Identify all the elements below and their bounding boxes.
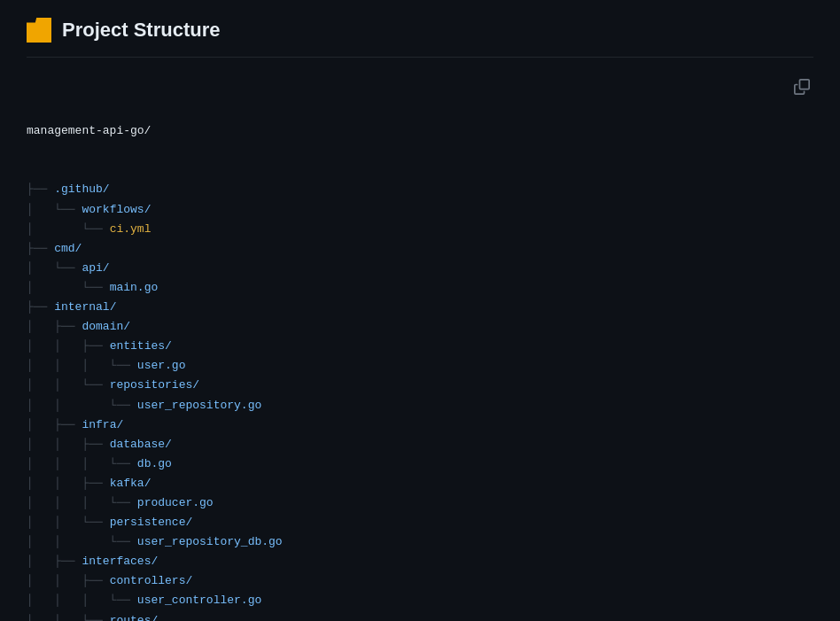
tree-node-name: entities/ (110, 339, 172, 353)
tree-node-name: controllers/ (110, 574, 193, 587)
tree-connector: │ │ └── (27, 516, 110, 529)
page-title: Project Structure (62, 19, 221, 42)
tree-connector: │ │ │ └── (27, 457, 137, 470)
tree-item: │ │ ├── database/ (27, 435, 813, 454)
tree-item: │ └── workflows/ (27, 200, 813, 220)
tree-connector: │ │ ├── (27, 438, 110, 451)
tree-connector: ├── (27, 242, 54, 255)
tree-node-name: .github/ (54, 182, 109, 196)
tree-item: │ └── api/ (27, 259, 813, 278)
tree-node-name: repositories/ (110, 378, 199, 392)
tree-item: │ ├── interfaces/ (27, 552, 813, 571)
root-name: management-api-go/ (27, 124, 151, 137)
tree-connector: │ ├── (27, 555, 82, 568)
file-tree: management-api-go/ ├── .github/│ └── wor… (27, 82, 813, 621)
tree-connector: │ │ └── (27, 614, 110, 621)
tree-node-name: internal/ (54, 300, 116, 314)
tree-item: │ │ │ └── producer.go (27, 493, 813, 513)
tree-item: │ │ ├── controllers/ (27, 571, 813, 591)
tree-connector: │ └── (27, 261, 82, 275)
tree-item: ├── cmd/ (27, 239, 813, 259)
tree-connector: │ ├── (27, 418, 82, 431)
tree-item: ├── .github/ (27, 180, 813, 199)
tree-item: │ │ └── routes/ (27, 611, 813, 621)
tree-item: │ │ │ └── user_controller.go (27, 591, 813, 610)
page-header: Project Structure (27, 18, 813, 58)
tree-node-name: persistence/ (110, 516, 193, 529)
folder-icon (27, 18, 51, 43)
tree-item: │ ├── infra/ (27, 415, 813, 435)
tree-connector: │ │ ├── (27, 477, 110, 490)
tree-node-name: interfaces/ (82, 555, 158, 568)
tree-connector: │ └── (27, 222, 110, 236)
tree-node-name: ci.yml (110, 222, 152, 236)
tree-node-name: api/ (82, 261, 109, 275)
tree-item: ├── internal/ (27, 298, 813, 317)
tree-connector: │ │ │ └── (27, 496, 137, 509)
tree-node-name: user_repository.go (137, 399, 261, 412)
tree-connector: │ │ └── (27, 378, 110, 392)
tree-item: │ │ └── repositories/ (27, 376, 813, 395)
tree-node-name: cmd/ (54, 242, 82, 255)
tree-node-name: kafka/ (110, 477, 152, 490)
tree-connector: │ ├── (27, 320, 82, 333)
tree-node-name: user_controller.go (137, 594, 261, 607)
tree-node-name: domain/ (82, 320, 130, 333)
content-area: management-api-go/ ├── .github/│ └── wor… (27, 75, 813, 621)
tree-connector: │ │ └── (27, 399, 137, 412)
tree-node-name: db.go (137, 457, 172, 470)
tree-root: management-api-go/ (27, 121, 813, 141)
tree-item: │ │ └── user_repository.go (27, 396, 813, 415)
tree-connector: │ │ ├── (27, 339, 110, 353)
tree-item: │ │ └── persistence/ (27, 513, 813, 532)
tree-connector: │ │ └── (27, 535, 137, 548)
tree-node-name: database/ (110, 438, 172, 451)
tree-node-name: user.go (137, 359, 186, 372)
tree-item: │ │ └── user_repository_db.go (27, 532, 813, 552)
tree-item: │ │ │ └── user.go (27, 356, 813, 376)
tree-item: │ │ ├── entities/ (27, 337, 813, 356)
tree-item: │ ├── domain/ (27, 317, 813, 337)
tree-node-name: infra/ (82, 418, 123, 431)
tree-item: │ └── ci.yml (27, 220, 813, 239)
tree-node-name: main.go (110, 281, 159, 294)
tree-connector: │ └── (27, 203, 82, 216)
tree-connector: │ │ ├── (27, 574, 110, 587)
tree-connector: │ │ │ └── (27, 594, 137, 607)
tree-connector: │ │ │ └── (27, 359, 137, 372)
tree-item: │ └── main.go (27, 278, 813, 298)
tree-connector: ├── (27, 182, 54, 196)
tree-node-name: user_repository_db.go (137, 535, 283, 548)
copy-icon (794, 79, 810, 95)
tree-connector: │ └── (27, 281, 110, 294)
tree-node-name: producer.go (137, 496, 214, 509)
tree-item: │ │ ├── kafka/ (27, 474, 813, 493)
tree-item: │ │ │ └── db.go (27, 454, 813, 474)
tree-node-name: routes/ (110, 614, 159, 621)
copy-button[interactable] (790, 75, 813, 101)
tree-node-name: workflows/ (82, 203, 151, 216)
tree-connector: ├── (27, 300, 54, 314)
